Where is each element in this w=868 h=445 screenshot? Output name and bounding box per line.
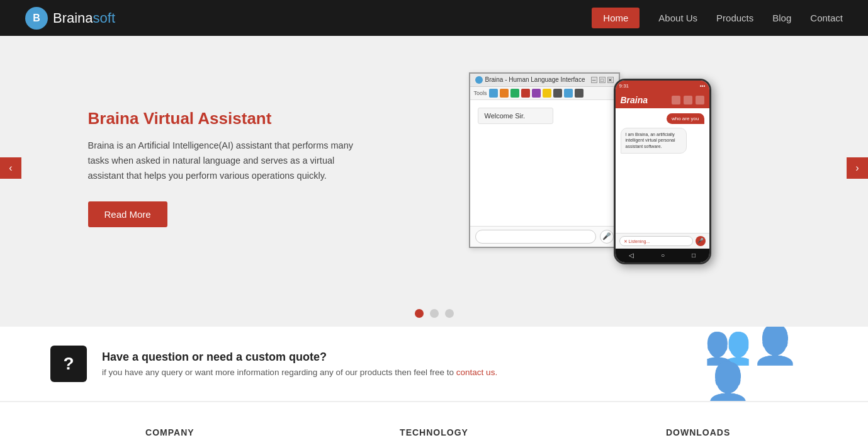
- desktop-mic-button[interactable]: 🎤: [600, 230, 614, 244]
- brand-logo[interactable]: B Brainasoft: [25, 7, 115, 30]
- brand-icon: B: [25, 7, 48, 30]
- hero-images: Braina - Human Language Interface ─ □ ✕ …: [400, 72, 781, 264]
- hero-section: ‹ Braina Virtual Assistant Braina is an …: [0, 36, 868, 300]
- cta-section: ? Have a question or need a custom quote…: [0, 327, 868, 402]
- desktop-mockup: Braina - Human Language Interface ─ □ ✕ …: [469, 72, 620, 248]
- phone-navbar: ◁ ○ □: [616, 249, 709, 262]
- navbar: B Brainasoft Home About Us Products Blog…: [0, 0, 868, 36]
- dot-1[interactable]: [415, 309, 424, 318]
- nav-item-products[interactable]: Products: [716, 13, 753, 24]
- carousel-next-button[interactable]: ›: [847, 157, 868, 179]
- nav-item-blog[interactable]: Blog: [772, 13, 791, 24]
- minimize-button[interactable]: ─: [591, 77, 597, 83]
- dot-3[interactable]: [445, 309, 454, 318]
- footer-col-company: COMPANY About Us We are Hiring Media Lib…: [50, 427, 290, 445]
- phone-logo: Braina: [621, 95, 648, 105]
- hero-inner: Braina Virtual Assistant Braina is an Ar…: [88, 72, 781, 264]
- cta-text: Have a question or need a custom quote? …: [102, 351, 497, 377]
- nav-item-contact[interactable]: Contact: [810, 13, 843, 24]
- listening-text: ✕ Listening...: [623, 239, 650, 244]
- phone-input-bar: ✕ Listening... 🎤: [616, 233, 709, 249]
- nav-link-contact[interactable]: Contact: [810, 13, 843, 23]
- phone-header: Braina: [616, 92, 709, 108]
- tool-icon-8: [564, 89, 573, 98]
- phone-chat-area: who are you I am Braina, an artificially…: [616, 108, 709, 233]
- cta-people-image: 👥👤👤: [704, 327, 818, 401]
- window-title: Braina - Human Language Interface: [485, 76, 585, 83]
- footer-heading-downloads: DOWNLOADS: [578, 427, 818, 437]
- phone-home-icon[interactable]: ○: [661, 252, 665, 259]
- desktop-input-field[interactable]: [475, 230, 596, 244]
- tool-icon-9: [575, 89, 583, 98]
- brand-initial: B: [33, 13, 40, 24]
- phone-back-icon[interactable]: ◁: [629, 252, 634, 259]
- nav-links: Home About Us Products Blog Contact: [592, 13, 843, 24]
- phone-bubble-left: I am Braina, an artificially intelligent…: [621, 128, 687, 154]
- nav-link-blog[interactable]: Blog: [772, 13, 791, 23]
- tool-icon-5: [532, 89, 541, 98]
- carousel-dots: [0, 300, 868, 327]
- phone-icon-1: [672, 96, 680, 104]
- hero-description: Braina is an Artificial Intelligence(AI)…: [88, 138, 366, 184]
- tool-icon-4: [521, 89, 530, 98]
- dot-2[interactable]: [430, 309, 439, 318]
- hero-title: Braina Virtual Assistant: [88, 109, 366, 128]
- phone-statusbar: 9:31 ▪▪▪: [616, 81, 709, 92]
- cta-icon-box: ?: [50, 346, 87, 382]
- phone-input-field[interactable]: ✕ Listening...: [619, 236, 693, 246]
- nav-link-about[interactable]: About Us: [658, 13, 697, 23]
- desktop-input-bar: 🎤: [470, 226, 619, 247]
- maximize-button[interactable]: □: [599, 77, 606, 83]
- phone-mic-button[interactable]: 🎤: [696, 236, 706, 246]
- footer-col-technology: TECHNOLOGY AI Virtual Assistant AI Chatb…: [315, 427, 554, 445]
- phone-header-icons: [672, 96, 704, 104]
- nav-link-products[interactable]: Products: [716, 13, 753, 23]
- carousel-prev-button[interactable]: ‹: [0, 157, 21, 179]
- titlebar-left: Braina - Human Language Interface: [475, 76, 585, 84]
- people-placeholder: 👥👤👤: [704, 327, 818, 401]
- toolbar-label: Tools: [474, 90, 487, 96]
- desktop-titlebar: Braina - Human Language Interface ─ □ ✕: [470, 74, 619, 87]
- cta-body: if you have any query or want more infor…: [102, 368, 497, 377]
- titlebar-buttons: ─ □ ✕: [591, 77, 614, 83]
- phone-icon-3: [696, 96, 704, 104]
- welcome-bubble: Welcome Sir.: [478, 108, 553, 124]
- tool-icon-1: [489, 89, 498, 98]
- phone-bubble-right: who are you: [667, 113, 704, 124]
- close-button[interactable]: ✕: [607, 77, 614, 83]
- desktop-chat-area: Welcome Sir.: [470, 100, 619, 226]
- footer: COMPANY About Us We are Hiring Media Lib…: [0, 402, 868, 445]
- phone-screen: 9:31 ▪▪▪ Braina who are you I am Brai: [616, 81, 709, 262]
- read-more-button[interactable]: Read More: [88, 201, 167, 227]
- question-icon: ?: [63, 354, 74, 374]
- desktop-toolbar: Tools: [470, 87, 619, 100]
- phone-signal: ▪▪▪: [700, 83, 706, 89]
- tool-icon-6: [543, 89, 551, 98]
- cta-title: Have a question or need a custom quote?: [102, 351, 497, 364]
- braina-small-icon: [475, 76, 483, 84]
- footer-heading-technology: TECHNOLOGY: [315, 427, 554, 437]
- tool-icon-7: [553, 89, 562, 98]
- footer-col-downloads: DOWNLOADS Braina FireCMD Remote WiFi Mou…: [578, 427, 818, 445]
- nav-item-about[interactable]: About Us: [658, 13, 697, 24]
- hero-text: Braina Virtual Assistant Braina is an Ar…: [88, 109, 379, 227]
- nav-item-home[interactable]: Home: [592, 13, 640, 24]
- tool-icon-2: [500, 89, 509, 98]
- cta-contact-link[interactable]: contact us.: [456, 368, 497, 377]
- phone-recents-icon[interactable]: □: [692, 252, 696, 259]
- tool-icon-3: [510, 89, 519, 98]
- footer-heading-company: COMPANY: [50, 427, 290, 437]
- phone-time: 9:31: [619, 83, 629, 89]
- phone-mockup: 9:31 ▪▪▪ Braina who are you I am Brai: [614, 79, 711, 264]
- brand-name: Brainasoft: [53, 10, 115, 26]
- nav-link-home[interactable]: Home: [592, 8, 640, 28]
- phone-icon-2: [684, 96, 692, 104]
